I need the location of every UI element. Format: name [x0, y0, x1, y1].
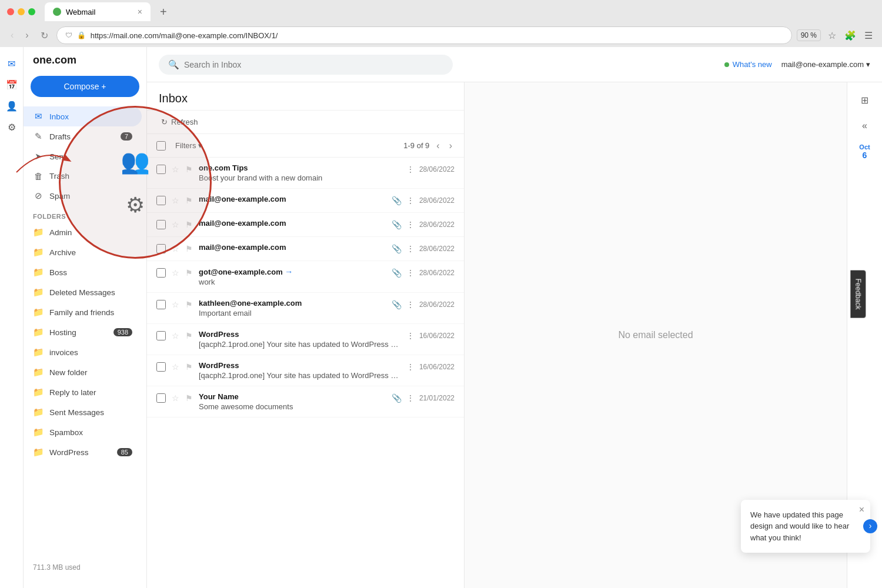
select-all-checkbox[interactable] — [156, 141, 166, 151]
flag-icon[interactable]: ⚑ — [185, 362, 193, 372]
flag-icon[interactable]: ⚑ — [185, 268, 193, 278]
more-options-button[interactable]: ⋮ — [405, 219, 416, 230]
refresh-button[interactable]: ↻ Refresh — [156, 115, 203, 129]
flag-icon[interactable]: ⚑ — [185, 393, 193, 403]
minimize-dot[interactable] — [18, 8, 25, 15]
more-options-button[interactable]: ⋮ — [405, 299, 416, 310]
email-checkbox[interactable] — [156, 362, 166, 372]
star-icon[interactable]: ☆ — [172, 220, 179, 229]
inbox-label: Inbox — [49, 112, 132, 121]
sidebar-item-family[interactable]: 📁 Family and friends — [24, 302, 142, 322]
email-row[interactable]: ☆ ⚑ kathleen@one-example.com Important e… — [147, 293, 464, 324]
prev-page-button[interactable]: ‹ — [434, 139, 442, 152]
sidebar-item-replylater[interactable]: 📁 Reply to later — [24, 382, 142, 402]
email-row[interactable]: ☆ ⚑ WordPress [qacph2.1prod.one] Your si… — [147, 355, 464, 386]
feedback-message: We have updated this page design and wou… — [750, 510, 849, 542]
reload-button[interactable]: ↻ — [37, 28, 52, 44]
email-row[interactable]: ☆ ⚑ mail@one-example.com 📎 ⋮ — [147, 237, 464, 261]
flag-icon[interactable]: ⚑ — [185, 196, 193, 205]
feedback-close-button[interactable]: × — [859, 505, 864, 515]
star-icon[interactable]: ☆ — [172, 393, 179, 403]
sidebar-item-newfolder[interactable]: 📁 New folder — [24, 362, 142, 382]
tab-close-button[interactable]: × — [138, 7, 142, 16]
email-content: one.com Tips Boost your brand with a new… — [199, 163, 399, 182]
star-icon[interactable]: ☆ — [172, 196, 179, 205]
back-button[interactable]: ‹ — [7, 28, 17, 43]
calendar-widget: Oct 6 — [857, 141, 872, 162]
email-row[interactable]: ☆ ⚑ got@one-example.com → work 📎 ⋮ — [147, 261, 464, 293]
fullscreen-dot[interactable] — [28, 8, 35, 15]
collapse-button[interactable]: « — [854, 115, 876, 136]
next-page-button[interactable]: › — [447, 139, 455, 152]
extensions-button[interactable]: 🧩 — [842, 28, 858, 44]
star-icon[interactable]: ☆ — [172, 300, 179, 309]
sidebar-item-hosting[interactable]: 📁 Hosting 938 — [24, 322, 142, 342]
star-icon[interactable]: ☆ — [172, 244, 179, 253]
bookmark-button[interactable]: ☆ — [826, 28, 838, 44]
star-icon[interactable]: ☆ — [172, 165, 179, 174]
feedback-tab-button[interactable]: Feedback — [851, 270, 866, 318]
search-input[interactable] — [184, 60, 443, 69]
flag-icon[interactable]: ⚑ — [185, 244, 193, 253]
split-view-button[interactable]: ⊞ — [854, 89, 876, 111]
email-checkbox[interactable] — [156, 331, 166, 340]
address-bar[interactable]: 🛡 🔒 https://mail.one.com/mail@one-exampl… — [56, 26, 792, 44]
email-checkbox[interactable] — [156, 300, 166, 309]
more-options-button[interactable]: ⋮ — [405, 267, 416, 279]
email-row[interactable]: ☆ ⚑ mail@one-example.com 📎 ⋮ — [147, 213, 464, 237]
calendar-month: Oct — [859, 143, 870, 151]
sidebar-item-inbox[interactable]: ✉ Inbox — [24, 106, 142, 126]
whats-new-button[interactable]: What's new — [724, 60, 772, 69]
flag-icon[interactable]: ⚑ — [185, 220, 193, 229]
mail-icon-btn[interactable]: ✉ — [2, 54, 21, 73]
compose-button[interactable]: Compose + — [31, 76, 139, 97]
more-options-button[interactable]: ⋮ — [405, 243, 416, 255]
star-icon[interactable]: ☆ — [172, 331, 179, 340]
email-row[interactable]: ☆ ⚑ Your Name Some awesome documents 📎 ⋮ — [147, 386, 464, 417]
sidebar-item-sentmessages[interactable]: 📁 Sent Messages — [24, 402, 142, 422]
browser-tab[interactable]: Webmail × — [45, 2, 151, 21]
forward-button[interactable]: › — [22, 28, 32, 43]
sidebar-item-deleted[interactable]: 📁 Deleted Messages — [24, 282, 142, 302]
more-options-button[interactable]: ⋮ — [405, 163, 416, 175]
email-checkbox[interactable] — [156, 220, 166, 229]
feedback-arrow-button[interactable]: › — [863, 519, 877, 533]
calendar-icon-btn[interactable]: 📅 — [2, 75, 21, 94]
flag-icon[interactable]: ⚑ — [185, 165, 193, 174]
sidebar-item-wordpress[interactable]: 📁 WordPress 85 — [24, 442, 142, 462]
sidebar-item-trash[interactable]: 🗑 Trash — [24, 166, 142, 186]
sidebar-item-admin[interactable]: 📁 Admin — [24, 222, 142, 242]
more-options-button[interactable]: ⋮ — [405, 392, 416, 404]
star-icon[interactable]: ☆ — [172, 362, 179, 372]
email-row[interactable]: ☆ ⚑ WordPress [qacph2.1prod.one] Your si… — [147, 324, 464, 355]
new-tab-button[interactable]: + — [155, 6, 172, 18]
email-checkbox[interactable] — [156, 165, 166, 174]
email-checkbox[interactable] — [156, 268, 166, 278]
contacts-icon-btn[interactable]: 👤 — [2, 96, 21, 115]
email-checkbox[interactable] — [156, 196, 166, 205]
star-icon[interactable]: ☆ — [172, 268, 179, 278]
more-options-button[interactable]: ⋮ — [405, 330, 416, 342]
more-options-button[interactable]: ⋮ — [405, 195, 416, 206]
more-options-button[interactable]: ⋮ — [405, 361, 416, 373]
settings-icon-btn[interactable]: ⚙ — [2, 118, 21, 136]
email-row[interactable]: ☆ ⚑ one.com Tips Boost your brand with a… — [147, 158, 464, 189]
email-row[interactable]: ☆ ⚑ mail@one-example.com 📎 ⋮ — [147, 189, 464, 213]
sidebar-item-invoices[interactable]: 📁 invoices — [24, 342, 142, 362]
sidebar-item-sent[interactable]: ➤ Sent — [24, 146, 142, 166]
flag-icon[interactable]: ⚑ — [185, 300, 193, 309]
sidebar-item-spam[interactable]: ⊘ Spam — [24, 186, 142, 206]
search-bar[interactable]: 🔍 — [159, 55, 453, 75]
sidebar-item-boss[interactable]: 📁 Boss — [24, 262, 142, 282]
email-checkbox[interactable] — [156, 244, 166, 253]
email-checkbox[interactable] — [156, 393, 166, 403]
filters-button[interactable]: Filters ▾ — [171, 139, 207, 152]
sidebar-item-spambox[interactable]: 📁 Spambox — [24, 422, 142, 442]
user-email-dropdown[interactable]: mail@one-example.com ▾ — [781, 60, 870, 69]
flag-icon[interactable]: ⚑ — [185, 331, 193, 340]
email-date: 28/06/2022 — [419, 269, 455, 277]
sidebar-item-archive[interactable]: 📁 Archive — [24, 242, 142, 262]
sidebar-item-drafts[interactable]: ✎ Drafts 7 — [24, 126, 142, 146]
close-dot[interactable] — [7, 8, 14, 15]
menu-button[interactable]: ☰ — [862, 28, 875, 44]
